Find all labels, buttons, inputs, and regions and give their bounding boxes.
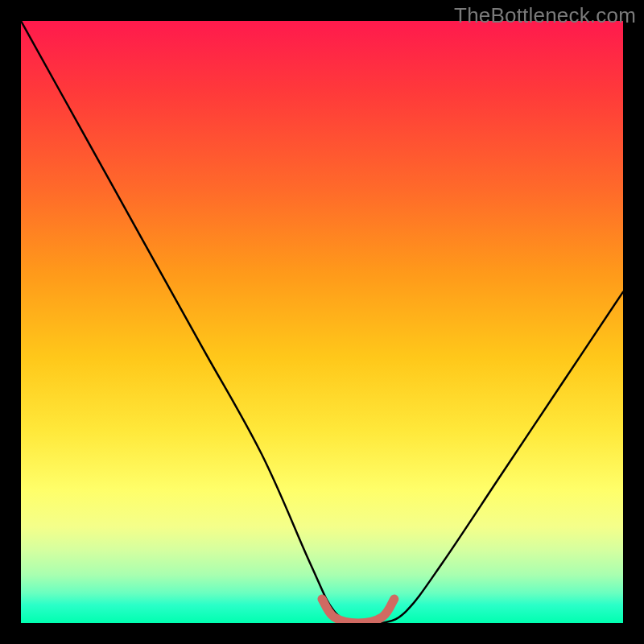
chart-canvas: TheBottleneck.com xyxy=(0,0,644,644)
curve-layer xyxy=(21,21,623,623)
gradient-plot-area xyxy=(21,21,623,623)
bottleneck-curve xyxy=(21,21,623,623)
optimal-range-marker xyxy=(322,599,394,623)
watermark-text: TheBottleneck.com xyxy=(454,3,636,28)
